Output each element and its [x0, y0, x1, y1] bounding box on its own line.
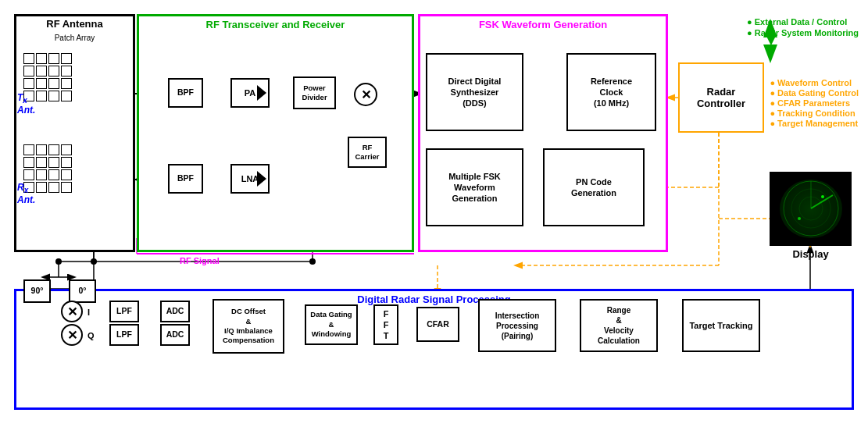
- rf-antenna-box: RF Antenna Patch Array: [14, 14, 135, 252]
- fft-label: F F T: [384, 308, 389, 342]
- rf-signal-label: RF Signal: [180, 256, 220, 265]
- svg-point-67: [798, 217, 801, 220]
- target-tracking-label: Target Tracking: [689, 320, 752, 331]
- multi-fsk-box: Multiple FSK Waveform Generation: [426, 148, 523, 226]
- data-gating-label: Data Gating & Windowing: [310, 310, 352, 339]
- bpf1-box: BPF: [168, 78, 203, 108]
- radar-controller-box: Radar Controller: [678, 62, 764, 133]
- intersection-label: Intersection Processing (Pairing): [495, 311, 540, 341]
- range-velocity-box: Range & Velocity Calculation: [580, 299, 658, 352]
- radar-screen: [780, 180, 842, 238]
- lna-label: LNA: [241, 174, 259, 183]
- radar-sweep-svg: [780, 180, 842, 238]
- svg-point-56: [309, 258, 316, 265]
- rf-transceiver-label: RF Transceiver and Receiver: [206, 19, 345, 30]
- arrow-up-icon: ▲: [764, 20, 778, 34]
- pn-code-label: PN Code Generation: [571, 176, 616, 199]
- adc1-label: ADC: [166, 306, 184, 317]
- dds-label: Direct Digital Synthesizer (DDS): [448, 76, 502, 109]
- power-divider-label: Power Divider: [295, 84, 334, 103]
- rx-sub: x: [24, 186, 29, 194]
- mixer-q-symbol: ✕: [67, 328, 77, 343]
- bpf1-label: BPF: [177, 87, 194, 98]
- dc-offset-label: DC Offset & I/Q Imbalance Compensation: [223, 307, 274, 345]
- pn-code-box: PN Code Generation: [543, 148, 645, 226]
- power-divider-box: Power Divider: [293, 77, 336, 109]
- ctrl-param4: ● Tracking Condition: [770, 109, 859, 118]
- bpf2-label: BPF: [177, 173, 194, 184]
- degree0-label: 0°: [78, 286, 86, 297]
- ctrl-param3: ● CFAR Parameters: [770, 98, 859, 108]
- rx-r: R: [17, 182, 24, 193]
- cfar-box: CFAR: [416, 307, 459, 342]
- display-box: [770, 172, 852, 246]
- svg-point-58: [91, 258, 97, 265]
- rf-transceiver-box: RF Transceiver and Receiver: [137, 14, 414, 252]
- target-tracking-box: Target Tracking: [682, 299, 760, 352]
- rf-carrier-label: RF Carrier: [349, 143, 385, 162]
- pa-box: PA: [230, 78, 270, 108]
- display-label: Display: [770, 248, 852, 260]
- data-gating-box: Data Gating & Windowing: [305, 304, 358, 345]
- tx-ant-text: Ant.: [17, 105, 35, 116]
- rf-carrier-box: RF Carrier: [348, 137, 387, 168]
- degree0-box: 0°: [69, 279, 96, 303]
- ctrl-params-section: ● Waveform Control ● Data Gating Control…: [770, 78, 859, 128]
- rx-ant-label: Rx Ant.: [17, 182, 35, 205]
- svg-point-57: [55, 258, 62, 265]
- degree90-box: 90°: [23, 279, 51, 303]
- ctrl-param5: ● Target Management: [770, 119, 859, 128]
- ext-data-arrows: ▲ ▼: [764, 20, 778, 48]
- radar-controller-label: Radar Controller: [697, 86, 745, 109]
- arrow-down-icon: ▼: [764, 34, 778, 48]
- cfar-label: CFAR: [427, 319, 449, 330]
- intersection-box: Intersection Processing (Pairing): [478, 299, 556, 352]
- ref-clock-box: Reference Clock (10 MHz): [566, 53, 656, 131]
- bpf2-box: BPF: [168, 164, 203, 194]
- lpf2-label: LPF: [116, 329, 132, 340]
- rx-ant-text: Ant.: [17, 194, 35, 205]
- lpf1-label: LPF: [116, 306, 132, 317]
- q-label: Q: [88, 331, 95, 340]
- ctrl-param1: ● Waveform Control: [770, 78, 859, 87]
- fft-box: F F T: [373, 304, 398, 345]
- rf-antenna-label: RF Antenna: [46, 18, 102, 30]
- ctrl-param2: ● Data Gating Control: [770, 88, 859, 98]
- multi-fsk-label: Multiple FSK Waveform Generation: [448, 171, 501, 205]
- mixer-i-symbol: ✕: [67, 304, 77, 319]
- degree90-label: 90°: [31, 286, 44, 297]
- svg-point-66: [821, 195, 824, 198]
- patch-array-label: Patch Array: [55, 34, 95, 42]
- lna-box: LNA: [230, 164, 270, 194]
- mixer-q-box: ✕: [61, 324, 83, 346]
- dc-offset-box: DC Offset & I/Q Imbalance Compensation: [213, 299, 284, 354]
- mixer1-box: ✕: [354, 83, 377, 106]
- tx-sub: x: [23, 96, 27, 105]
- pa-label: PA: [245, 88, 255, 98]
- diagram-container: RF Antenna Patch Array Tx Ant. Rx Ant. R…: [0, 0, 868, 427]
- i-label: I: [88, 308, 90, 317]
- lpf2-box: LPF: [109, 324, 139, 346]
- dds-box: Direct Digital Synthesizer (DDS): [426, 53, 523, 131]
- mixer-i-box: ✕: [61, 301, 83, 322]
- tx-ant-label: Tx Ant.: [17, 92, 35, 116]
- mixer1-symbol: ✕: [361, 87, 371, 102]
- adc2-label: ADC: [166, 329, 184, 340]
- adc1-box: ADC: [160, 301, 190, 322]
- adc2-box: ADC: [160, 324, 190, 346]
- lpf1-box: LPF: [109, 301, 139, 322]
- range-velocity-label: Range & Velocity Calculation: [598, 305, 640, 346]
- fsk-label: FSK Waveform Generation: [479, 19, 607, 30]
- ref-clock-label: Reference Clock (10 MHz): [591, 76, 632, 109]
